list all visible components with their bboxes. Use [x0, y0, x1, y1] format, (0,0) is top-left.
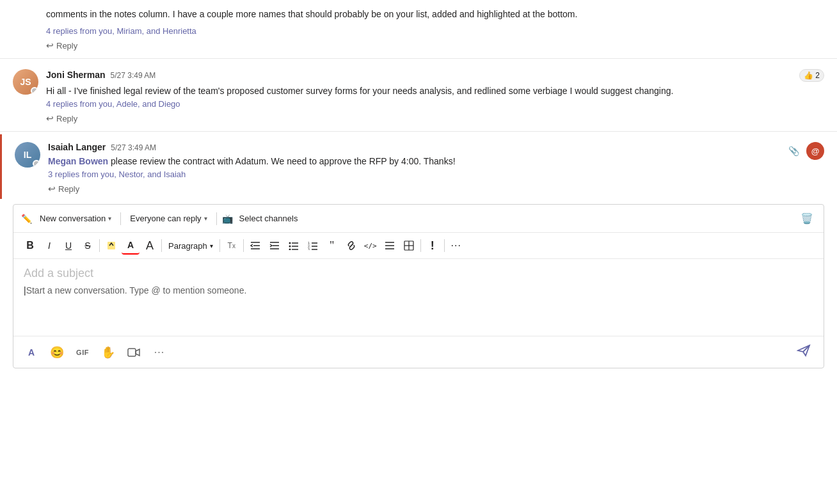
code-button[interactable]: </> — [362, 237, 379, 255]
avatar-initials-isaiah: IL — [24, 150, 31, 160]
strikethrough-button[interactable]: S — [79, 237, 97, 255]
reply-label: Reply — [56, 41, 77, 51]
compose-area: ✏️ New conversation ▾ Everyone can reply… — [13, 204, 824, 368]
highlight-button[interactable] — [102, 237, 120, 255]
subject-placeholder[interactable]: Add a subject — [24, 267, 813, 280]
reaction-badge-joni[interactable]: 👍 2 — [799, 69, 824, 82]
reply-button-isaiah[interactable]: ↩ Reply — [48, 184, 79, 194]
svg-rect-25 — [128, 349, 136, 356]
numbered-list-button[interactable]: 1.2.3. — [304, 237, 322, 255]
messages-area: comments in the notes column. I have a c… — [0, 0, 837, 504]
italic-button[interactable]: I — [40, 237, 58, 255]
replies-link-isaiah[interactable]: 3 replies from you, Nestor, and Isaiah — [48, 169, 186, 179]
svg-point-7 — [289, 242, 291, 244]
format-text-button[interactable]: A — [21, 342, 42, 363]
at-mention-icon[interactable]: @ — [806, 142, 824, 160]
avatar-status-badge-isaiah — [33, 160, 40, 168]
bullet-list-button[interactable] — [285, 237, 303, 255]
clear-format-button[interactable]: Tx — [223, 237, 241, 255]
reply-label-joni: Reply — [56, 114, 77, 123]
everyone-can-reply-button[interactable]: Everyone can reply ▾ — [126, 211, 211, 226]
fmt-separator3 — [219, 239, 220, 252]
important-button[interactable]: ! — [424, 237, 442, 255]
message-time-isaiah: 5/27 3:49 AM — [111, 143, 156, 152]
compose-footer: A 😊 GIF ✋ ··· — [13, 336, 824, 368]
main-container: comments in the notes column. I have a c… — [0, 0, 837, 504]
message-content: comments in the notes column. I have a c… — [46, 8, 824, 51]
reply-label-isaiah: Reply — [58, 184, 79, 194]
reply-button-joni[interactable]: ↩ Reply — [46, 113, 77, 123]
fmt-separator5 — [420, 239, 421, 252]
video-button[interactable] — [124, 342, 144, 363]
formatting-toolbar: B I U S A A Paragraph ▾ — [13, 233, 824, 259]
divider2 — [0, 131, 837, 132]
underline-button[interactable]: U — [60, 237, 77, 255]
quote-button[interactable]: " — [323, 237, 341, 255]
chevron-down-icon2: ▾ — [204, 215, 207, 222]
align-button[interactable] — [381, 237, 399, 255]
send-button[interactable] — [792, 342, 816, 363]
message-item: comments in the notes column. I have a c… — [0, 0, 837, 56]
message-time-joni: 5/27 3:49 AM — [111, 71, 156, 80]
emoji-button[interactable]: 😊 — [47, 342, 67, 363]
paperclip-icon[interactable]: 📎 — [786, 143, 801, 159]
sender-name-isaiah: Isaiah Langer — [48, 142, 106, 152]
fmt-separator4 — [243, 239, 244, 252]
message-content-isaiah: Isaiah Langer 5/27 3:49 AM Megan Bowen p… — [48, 142, 824, 194]
sender-name-joni: Joni Sherman — [46, 70, 106, 80]
paragraph-label: Paragraph — [168, 241, 207, 251]
select-channels-button[interactable]: Select channels — [235, 211, 302, 226]
divider — [0, 58, 837, 59]
discard-button[interactable]: 🗑️ — [798, 210, 816, 227]
font-size-button[interactable]: A — [141, 237, 159, 255]
bold-button[interactable]: B — [21, 237, 39, 255]
message-text-joni: Hi all - I've finished legal review of t… — [46, 84, 824, 98]
link-button[interactable] — [342, 237, 360, 255]
more-formatting-button[interactable]: ··· — [447, 237, 465, 255]
paragraph-select-button[interactable]: Paragraph ▾ — [164, 240, 217, 252]
mention-text: Megan Bowen — [48, 156, 108, 166]
avatar-status-badge — [31, 87, 38, 95]
everyone-can-reply-label: Everyone can reply — [130, 214, 201, 223]
message-item-isaiah: IL Isaiah Langer 5/27 3:49 AM Megan Bowe… — [0, 134, 837, 199]
avatar-joni: JS — [13, 69, 38, 95]
paragraph-chevron-icon: ▾ — [210, 242, 213, 249]
replies-link-joni[interactable]: 4 replies from you, Adele, and Diego — [46, 99, 180, 109]
toolbar-separator2 — [216, 212, 217, 225]
body-text-placeholder: Start a new conversation. Type @ to ment… — [26, 285, 247, 295]
channels-icon: 📺 — [222, 214, 233, 224]
new-conversation-button[interactable]: New conversation ▾ — [36, 211, 115, 226]
fmt-separator6 — [444, 239, 445, 252]
fmt-separator2 — [161, 239, 162, 252]
fmt-separator1 — [99, 239, 100, 252]
reply-arrow-icon: ↩ — [46, 40, 54, 51]
body-placeholder[interactable]: |Start a new conversation. Type @ to men… — [24, 285, 813, 295]
replies-link[interactable]: 4 replies from you, Miriam, and Henriett… — [46, 26, 196, 36]
table-button[interactable] — [400, 237, 418, 255]
increase-indent-button[interactable] — [266, 237, 283, 255]
avatar-initials: JS — [20, 77, 31, 87]
decrease-indent-button[interactable] — [246, 237, 264, 255]
message-text: comments in the notes column. I have a c… — [46, 8, 824, 21]
reply-arrow-icon-isaiah: ↩ — [48, 184, 56, 194]
message-item-joni: JS Joni Sherman 5/27 3:49 AM 👍 2 Hi all … — [0, 61, 837, 129]
more-actions-button[interactable]: ··· — [149, 342, 170, 363]
chevron-down-icon: ▾ — [108, 215, 111, 222]
edit-icon: ✏️ — [21, 214, 32, 224]
message-header-isaiah: Isaiah Langer 5/27 3:49 AM — [48, 142, 824, 152]
font-color-button[interactable]: A — [122, 237, 140, 255]
new-conversation-label: New conversation — [40, 214, 106, 223]
toolbar-separator1 — [120, 212, 121, 225]
avatar-isaiah: IL — [15, 142, 40, 168]
compose-body[interactable]: Add a subject |Start a new conversation.… — [13, 259, 824, 336]
message-text-isaiah: Megan Bowen please review the contract w… — [48, 155, 824, 168]
reply-button[interactable]: ↩ Reply — [46, 40, 77, 51]
gif-button[interactable]: GIF — [72, 342, 93, 363]
message-content-joni: Joni Sherman 5/27 3:49 AM 👍 2 Hi all - I… — [46, 69, 824, 123]
sticker-hand-button[interactable]: ✋ — [98, 342, 118, 363]
svg-text:3.: 3. — [308, 248, 310, 250]
svg-point-9 — [289, 246, 291, 248]
reply-arrow-icon-joni: ↩ — [46, 113, 54, 123]
select-channels-label: Select channels — [239, 214, 298, 223]
message-header-joni: Joni Sherman 5/27 3:49 AM 👍 2 — [46, 69, 824, 82]
